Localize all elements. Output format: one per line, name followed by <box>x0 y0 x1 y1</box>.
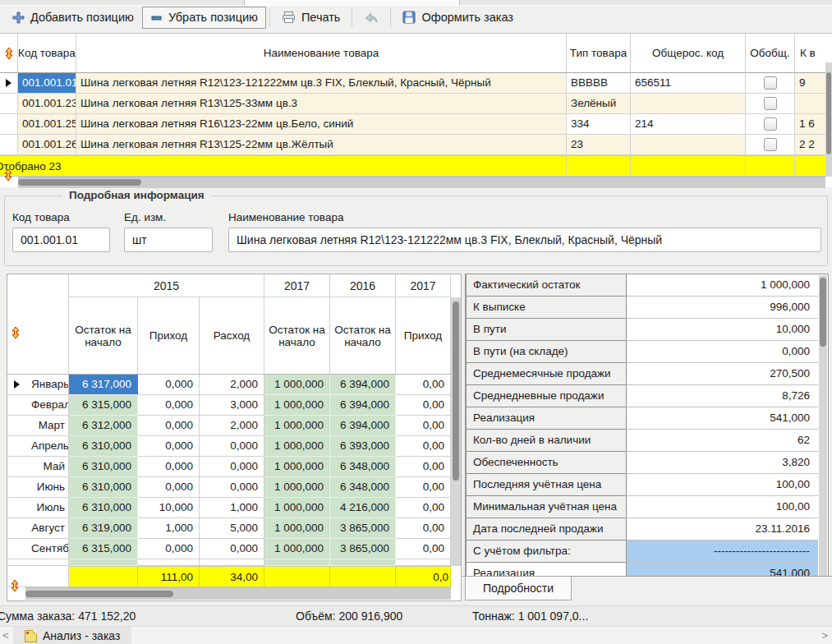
measure-header-1[interactable]: Приход <box>138 297 200 375</box>
undo-button[interactable] <box>356 7 387 29</box>
add-position-button[interactable]: Добавить позицию <box>4 7 142 29</box>
pivot-value-cell[interactable]: 0,000 <box>138 477 200 498</box>
pivot-value-cell[interactable]: 0,00 <box>396 539 451 559</box>
pivot-row[interactable]: Сентябрь6 315,0000,0000,0001 000,0003 86… <box>7 539 451 559</box>
national-code-cell[interactable]: 214 <box>631 114 746 135</box>
pivot-value-cell[interactable]: 1 000,000 <box>264 539 330 559</box>
measure-header-2[interactable]: Расход <box>200 297 264 375</box>
month-cell[interactable]: Май <box>25 457 69 477</box>
pivot-value-cell[interactable]: 0,000 <box>200 436 264 457</box>
products-hscroll-thumb[interactable] <box>18 179 141 186</box>
pivot-value-cell[interactable]: 1,000 <box>138 518 200 539</box>
pivot-value-cell[interactable]: 0,00 <box>396 395 451 416</box>
product-type-cell[interactable]: Зелёный <box>567 94 631 114</box>
tab-scroll-right-icon[interactable]: > <box>821 629 828 642</box>
month-cell[interactable]: Август <box>25 518 69 539</box>
pivot-value-cell[interactable]: 2,000 <box>200 416 264 436</box>
pivot-value-cell[interactable]: 0,00 <box>396 375 451 395</box>
details-row[interactable]: Фактический остаток1 000,000 <box>466 274 828 297</box>
pivot-value-cell[interactable]: 0,000 <box>138 395 200 416</box>
pivot-value-cell[interactable]: 6 394,000 <box>330 395 396 416</box>
product-code-cell[interactable]: 001.001.25 <box>18 114 76 135</box>
details-row[interactable]: В пути (на складе)0,000 <box>466 341 828 363</box>
measure-header-3[interactable]: Остаток на начало <box>264 297 330 375</box>
pivot-value-cell[interactable]: 1 000,000 <box>264 457 330 477</box>
pivot-value-cell[interactable]: 0,000 <box>200 457 264 477</box>
product-code-cell[interactable]: 001.001.01 <box>18 73 76 94</box>
pivot-value-cell[interactable]: 6 315,000 <box>69 395 138 416</box>
pivot-value-cell[interactable]: 0,00 <box>396 457 451 477</box>
generalized-checkbox[interactable] <box>764 97 777 110</box>
pivot-value-cell[interactable]: 1 000,000 <box>264 498 330 518</box>
product-type-cell[interactable]: 23 <box>567 135 631 155</box>
pivot-value-cell[interactable]: 0,00 <box>396 518 451 539</box>
print-button[interactable]: Печать <box>274 7 349 29</box>
pivot-value-cell[interactable]: 1 000,000 <box>264 477 330 498</box>
month-cell[interactable]: Июль <box>25 498 69 518</box>
pivot-value-cell[interactable]: 6 312,000 <box>69 416 138 436</box>
details-row-value[interactable]: 62 <box>627 430 818 452</box>
product-type-cell[interactable]: ВВВВВ <box>567 73 631 94</box>
details-row[interactable]: Реализация541,000 <box>466 407 828 430</box>
product-name-cell[interactable]: Шина легковая летняя R16\123-22мм цв.Бел… <box>76 114 567 135</box>
details-row-value[interactable]: 996,000 <box>627 297 818 319</box>
details-row[interactable]: Минимальная учётная цена100,00 <box>466 496 828 518</box>
product-name-field[interactable] <box>228 228 821 252</box>
pivot-row[interactable]: Январь6 317,0000,0002,0001 000,0006 394,… <box>7 375 451 395</box>
year-header-0[interactable]: 2015 <box>69 274 264 297</box>
details-row-value[interactable]: 1 000,000 <box>627 274 818 297</box>
pivot-value-cell[interactable]: 3 865,000 <box>330 539 396 559</box>
pivot-value-cell[interactable]: 0,000 <box>138 457 200 477</box>
details-row[interactable]: Обеспеченность3,820 <box>466 452 828 474</box>
kv-cell[interactable]: 2 2 <box>795 135 825 155</box>
details-row[interactable]: К выписке996,000 <box>466 297 828 319</box>
details-row[interactable]: Среднемесячные продажи270,500 <box>466 363 828 385</box>
product-code-cell[interactable]: 001.001.23 <box>18 94 76 114</box>
details-vscroll-thumb[interactable] <box>820 278 826 347</box>
pivot-value-cell[interactable]: 0,000 <box>138 375 200 395</box>
product-code-field[interactable] <box>12 228 110 252</box>
pivot-row[interactable]: Июнь6 310,0000,0000,0001 000,0006 348,00… <box>7 477 451 498</box>
pivot-value-cell[interactable]: 6 348,000 <box>330 477 396 498</box>
national-code-cell[interactable] <box>631 94 746 114</box>
pivot-row[interactable]: Август6 319,0001,0005,0001 000,0003 865,… <box>7 518 451 539</box>
column-header-4[interactable]: Обобщ. <box>746 34 795 73</box>
pivot-value-cell[interactable]: 0,00 <box>396 498 451 518</box>
column-header-0[interactable]: Код товара <box>18 34 76 73</box>
details-row-value[interactable]: -------------------------- <box>627 540 818 563</box>
generalized-checkbox[interactable] <box>764 76 777 90</box>
pivot-row[interactable]: Апрель6 310,0000,0000,0001 000,0006 393,… <box>7 436 451 457</box>
pivot-hscrollbar[interactable] <box>25 587 451 600</box>
kv-cell[interactable]: 1 6 <box>795 114 825 135</box>
pivot-value-cell[interactable]: 6 394,000 <box>330 375 396 395</box>
pivot-value-cell[interactable]: 3,000 <box>200 395 264 416</box>
tab-details[interactable]: Подробности <box>465 577 572 600</box>
pivot-value-cell[interactable]: 6 393,000 <box>330 436 396 457</box>
column-header-1[interactable]: Наименование товара <box>76 34 567 73</box>
pivot-value-cell[interactable]: 0,000 <box>200 477 264 498</box>
product-name-cell[interactable]: Шина легковая летняя R12\123-121222мм цв… <box>76 73 567 94</box>
details-row[interactable]: Последняя учётная цена100,00 <box>466 474 828 496</box>
unit-field[interactable] <box>124 228 213 252</box>
details-vscrollbar[interactable] <box>819 275 827 576</box>
pivot-value-cell[interactable]: 0,00 <box>396 436 451 457</box>
pivot-row[interactable]: Март6 312,0000,0002,0001 000,0006 394,00… <box>7 416 451 436</box>
table-row[interactable]: 001.001.23Шина легковая летняя R13\125-3… <box>0 94 832 114</box>
details-row[interactable]: Кол-во дней в наличии62 <box>466 430 828 452</box>
pivot-value-cell[interactable]: 1 000,000 <box>264 436 330 457</box>
pivot-vscroll-thumb[interactable] <box>453 301 459 481</box>
pivot-value-cell[interactable]: 1 000,000 <box>264 416 330 436</box>
details-row[interactable]: В пути10,000 <box>466 319 828 341</box>
month-cell[interactable]: Февраль <box>25 395 69 416</box>
pivot-value-cell[interactable]: 6 310,000 <box>69 457 138 477</box>
measure-header-4[interactable]: Остаток на начало <box>330 297 396 375</box>
pivot-value-cell[interactable]: 1,000 <box>200 498 264 518</box>
pivot-value-cell[interactable]: 1 000,000 <box>264 518 330 539</box>
pivot-value-cell[interactable]: 6 310,000 <box>69 436 138 457</box>
product-name-cell[interactable]: Шина легковая летняя R13\125-22мм цв.Жёл… <box>76 135 567 155</box>
pivot-value-cell[interactable]: 6 310,000 <box>69 477 138 498</box>
tab-scroll-left-icon[interactable]: < <box>2 629 9 642</box>
pivot-row[interactable]: Февраль6 315,0000,0003,0001 000,0006 394… <box>7 395 451 416</box>
month-cell[interactable]: Март <box>25 416 69 436</box>
pivot-row[interactable]: Май6 310,0000,0000,0001 000,0006 348,000… <box>7 457 451 477</box>
